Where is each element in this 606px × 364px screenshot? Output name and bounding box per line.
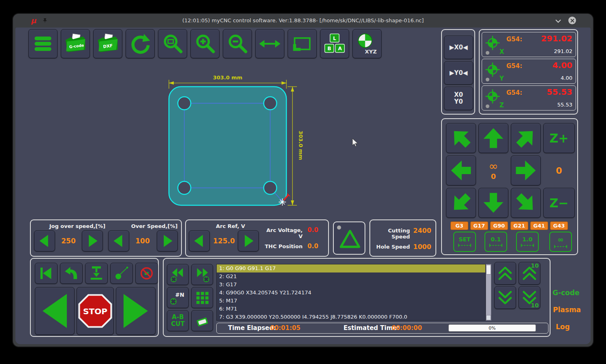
over-speed-label: Over Speed,[%] xyxy=(128,223,181,229)
zoom-out-button[interactable] xyxy=(223,29,252,58)
jog-step-1-0-button[interactable]: 1.0 xyxy=(516,232,539,252)
toolpath-canvas[interactable]: 303.0 mm 303.0 mm xyxy=(28,62,438,217)
z-minus-label: Z− xyxy=(550,196,569,210)
gcode-line[interactable]: 3: G17 xyxy=(217,281,485,289)
close-button[interactable] xyxy=(568,17,576,24)
over-speed-down-button[interactable] xyxy=(108,230,129,251)
z-indicator-dot xyxy=(486,104,489,108)
zero-xy-button[interactable]: X0 Y0 xyxy=(444,87,473,110)
jog-down-left-button[interactable] xyxy=(446,188,476,218)
arrow-right-icon xyxy=(514,159,538,182)
zero-xy-label-2: Y0 xyxy=(454,98,463,105)
goto-line-button[interactable]: #N xyxy=(167,287,189,308)
material-plate-button[interactable] xyxy=(191,310,213,331)
tool-down-button[interactable] xyxy=(85,263,108,284)
gcode-up-10-button[interactable]: 10 xyxy=(519,262,540,285)
gcode-down-10-button[interactable]: 10 xyxy=(519,286,540,309)
gcode-prev-button[interactable] xyxy=(167,264,189,285)
zoom-window-icon xyxy=(160,32,185,56)
jog-up-right-button[interactable] xyxy=(511,123,541,153)
modal-tab-g21[interactable]: G21 xyxy=(510,221,528,230)
jog-z-plus-button[interactable]: Z+ xyxy=(543,123,575,153)
jog-left-button[interactable] xyxy=(446,155,476,185)
go-to-start-button[interactable] xyxy=(35,263,58,284)
arc-ref-down-button[interactable] xyxy=(189,230,210,251)
arc-ref-value: 125.0 xyxy=(211,230,237,251)
gcode-folder-icon: G-code xyxy=(63,32,87,56)
gcode-line[interactable]: 2: G21 xyxy=(217,272,485,281)
open-dxf-button[interactable]: DXF xyxy=(93,29,122,58)
zoom-in-icon xyxy=(193,32,217,56)
zero-buttons-panel: ▶X0◀ ▶Y0◀ X0 Y0 xyxy=(441,29,475,115)
scrollbar-thumb[interactable] xyxy=(486,265,491,275)
step-back-button[interactable] xyxy=(60,263,83,284)
main-menu-button[interactable] xyxy=(28,29,58,58)
z-plus-label: Z+ xyxy=(550,131,569,145)
reload-button[interactable] xyxy=(126,29,155,58)
zoom-in-button[interactable] xyxy=(190,29,220,58)
gcode-line[interactable]: 5: M17 xyxy=(217,297,485,305)
jog-z-minus-button[interactable]: Z− xyxy=(543,188,575,218)
jog-step-set-button[interactable]: SET xyxy=(453,232,476,252)
goto-xyz-button[interactable]: XYZ xyxy=(352,29,382,58)
hash-n-label: #N xyxy=(175,292,184,298)
gcode-next-button[interactable] xyxy=(191,264,213,285)
dro-axis-x[interactable]: X G54: 291.02 291.02 xyxy=(482,32,576,57)
gcode-page-up-button[interactable] xyxy=(494,262,516,285)
scrollbar-down-button[interactable] xyxy=(486,315,491,320)
probe-button[interactable] xyxy=(110,263,133,284)
modal-tab-g43[interactable]: G43 xyxy=(550,221,568,230)
arc-ref-up-button[interactable] xyxy=(238,230,259,251)
zero-y-button[interactable]: ▶Y0◀ xyxy=(444,61,473,85)
estimated-time-label: Estimated Time: xyxy=(344,323,399,333)
over-speed-up-button[interactable] xyxy=(157,230,178,251)
arc-ref-label: Arc Ref, V xyxy=(198,223,263,229)
modal-tab-g90[interactable]: G90 xyxy=(490,221,508,230)
gcode-line[interactable]: 1: G0 G90 G91.1 G17 xyxy=(217,264,485,272)
gcode-line[interactable]: 7: G3 X39.000000 Y20.500000 I4.794255 J8… xyxy=(217,313,485,321)
jog-up-button[interactable] xyxy=(478,123,508,153)
gcode-list[interactable]: 1: G0 G90 G91.1 G17 2: G21 3: G17 4: G90… xyxy=(216,264,486,321)
z-position-value: 55.53 xyxy=(547,87,572,97)
dro-axis-y[interactable]: Y G54: 4.00 4.00 xyxy=(482,59,576,84)
modal-tab-g3[interactable]: G3 xyxy=(450,221,468,230)
stop-button[interactable]: STOP xyxy=(77,287,114,335)
fit-width-button[interactable] xyxy=(255,29,284,58)
shade-chevron-icon[interactable] xyxy=(555,19,561,23)
ab-cut-button[interactable]: A-B CUT xyxy=(167,310,189,331)
jog-up-left-button[interactable] xyxy=(446,123,476,153)
modal-tab-g17[interactable]: G17 xyxy=(470,221,488,230)
laser-test-button[interactable] xyxy=(333,221,365,255)
tab-log[interactable]: Log xyxy=(556,323,570,331)
stop-label: STOP xyxy=(83,307,107,316)
jog-down-right-button[interactable] xyxy=(511,188,541,218)
modal-tab-g41[interactable]: G41 xyxy=(530,221,548,230)
jog-speed-down-button[interactable] xyxy=(34,230,55,251)
frame-icon xyxy=(290,32,314,56)
jog-speed-up-button[interactable] xyxy=(82,230,103,251)
gcode-line[interactable]: 4: G90G0 X34.205745 Y21.724174 xyxy=(217,289,485,297)
jog-down-button[interactable] xyxy=(478,188,508,218)
x-wcs-label: G54: xyxy=(506,36,522,43)
tab-plasma[interactable]: Plasma xyxy=(553,306,581,314)
open-gcode-button[interactable]: G-code xyxy=(61,29,90,58)
z-wcs-label: G54: xyxy=(506,89,522,96)
zero-x-button[interactable]: ▶X0◀ xyxy=(444,36,473,59)
tab-gcode[interactable]: G-code xyxy=(553,289,579,297)
gcode-scrollbar[interactable] xyxy=(486,264,491,321)
dro-axis-z[interactable]: Z G54: 55.53 55.53 xyxy=(482,85,576,111)
jog-right-button[interactable] xyxy=(511,155,541,185)
tool-down-icon xyxy=(87,264,106,282)
jog-step-continuous-button[interactable]: ∞ xyxy=(549,232,572,252)
cancel-cut-button[interactable] xyxy=(135,263,158,284)
keyboard-shortcuts-button[interactable]: L B A xyxy=(320,29,349,58)
run-backward-button[interactable] xyxy=(35,287,75,335)
nesting-grid-button[interactable] xyxy=(191,287,213,308)
gcode-line[interactable]: 6: M71 xyxy=(217,305,485,313)
gcode-page-down-button[interactable] xyxy=(494,286,516,309)
ruler-icon xyxy=(489,243,503,247)
jog-step-0-1-button[interactable]: 0.1 xyxy=(484,232,507,252)
run-forward-button[interactable] xyxy=(116,287,156,335)
zoom-window-button[interactable] xyxy=(158,29,187,58)
frame-button[interactable] xyxy=(288,29,317,58)
